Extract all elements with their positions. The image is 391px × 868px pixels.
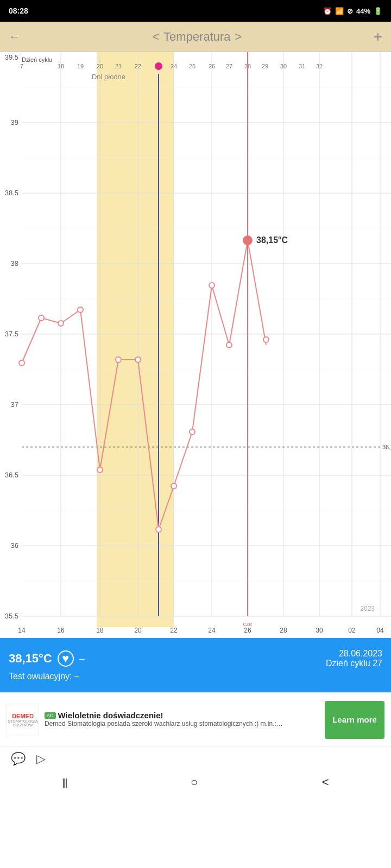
svg-text:36: 36 — [11, 541, 18, 550]
temperature-chart: 39.5 39 38.5 38 37.5 37 36.5 36 35.5 14 … — [0, 52, 391, 638]
svg-text:25: 25 — [189, 63, 195, 69]
media-bar: 💬 ▷ — [0, 746, 391, 770]
svg-text:36,70: 36,70 — [382, 444, 391, 450]
svg-point-78 — [171, 483, 176, 489]
ad-banner: DEMED STOMATOLOGIA URSYNÓW AD Wieloletni… — [0, 692, 391, 746]
nav-title-area: < Temperatura > — [152, 30, 242, 44]
svg-text:cze: cze — [243, 621, 252, 627]
alarm-icon: ⏰ — [323, 7, 332, 15]
svg-text:14: 14 — [18, 627, 26, 634]
svg-text:04: 04 — [376, 627, 384, 634]
home-button[interactable]: ○ — [191, 775, 198, 789]
svg-text:20: 20 — [134, 627, 142, 634]
svg-text:22: 22 — [170, 627, 178, 634]
svg-point-73 — [78, 307, 83, 312]
ad-tag: AD — [45, 712, 56, 719]
svg-text:37: 37 — [11, 400, 18, 409]
svg-point-84 — [263, 337, 269, 342]
svg-text:30: 30 — [280, 63, 287, 69]
svg-point-74 — [97, 467, 103, 473]
prev-button[interactable]: < — [152, 30, 159, 44]
nav-bar: ← < Temperatura > + — [0, 22, 391, 52]
svg-text:24: 24 — [171, 63, 177, 69]
svg-text:22: 22 — [135, 63, 141, 69]
svg-point-75 — [116, 357, 121, 362]
dash-label: – — [79, 653, 85, 665]
ad-logo: DEMED STOMATOLOGIA URSYNÓW — [7, 704, 39, 736]
info-bar: 38,15°C ♥ – 28.06.2023 Dzień cyklu 27 Te… — [0, 638, 391, 692]
svg-text:2023: 2023 — [360, 605, 375, 612]
svg-text:7: 7 — [20, 63, 23, 69]
recents-button[interactable]: ||| — [62, 777, 66, 788]
svg-rect-0 — [0, 52, 391, 638]
svg-point-77 — [156, 527, 161, 532]
svg-text:20: 20 — [97, 63, 103, 69]
dnd-icon: ⊘ — [347, 7, 353, 15]
status-time: 08:28 — [9, 7, 28, 15]
svg-text:28: 28 — [280, 627, 287, 634]
cycle-day: Dzień cyklu 27 — [326, 659, 382, 668]
svg-point-79 — [190, 429, 195, 435]
ad-description: Demed Stomatologia posiada szeroki wachl… — [45, 720, 319, 729]
ad-logo-name: DEMED — [12, 713, 34, 719]
svg-text:38.5: 38.5 — [5, 189, 18, 197]
current-temperature: 38,15°C — [9, 652, 52, 666]
battery-level: 44% — [356, 7, 370, 15]
svg-text:Dni płodne: Dni płodne — [92, 73, 125, 81]
svg-text:18: 18 — [58, 63, 64, 69]
svg-point-76 — [135, 357, 141, 362]
svg-text:30: 30 — [316, 627, 323, 634]
ad-title: Wieloletnie doświadczenie! — [58, 711, 163, 720]
ad-content: AD Wieloletnie doświadczenie! Demed Stom… — [45, 711, 319, 729]
svg-text:38: 38 — [11, 259, 18, 267]
ad-logo-sub1: STOMATOLOGIA — [8, 719, 37, 723]
svg-text:31: 31 — [299, 63, 305, 69]
svg-point-70 — [19, 360, 24, 366]
next-button[interactable]: > — [235, 30, 242, 44]
svg-point-72 — [58, 321, 64, 326]
svg-text:16: 16 — [57, 627, 65, 634]
ad-logo-sub2: URSYNÓW — [13, 723, 33, 727]
svg-text:19: 19 — [77, 63, 84, 69]
system-back-button[interactable]: < — [322, 775, 329, 789]
svg-text:29: 29 — [262, 63, 268, 69]
svg-text:21: 21 — [115, 63, 122, 69]
status-bar: 08:28 ⏰ 📶 ⊘ 44% 🔋 — [0, 0, 391, 22]
svg-text:38,15°C: 38,15°C — [256, 235, 288, 245]
battery-icon: 🔋 — [374, 7, 382, 15]
page-title: Temperatura — [163, 30, 231, 44]
chat-icon[interactable]: 💬 — [11, 752, 26, 766]
svg-text:37.5: 37.5 — [5, 330, 18, 338]
svg-text:26: 26 — [244, 627, 251, 634]
info-row: 38,15°C ♥ – 28.06.2023 Dzień cyklu 27 — [9, 649, 382, 668]
play-icon[interactable]: ▷ — [36, 752, 46, 766]
svg-point-71 — [39, 315, 44, 321]
svg-point-81 — [226, 342, 232, 348]
ovulation-test: Test owulacyjny: – — [9, 672, 382, 681]
heart-icon[interactable]: ♥ — [58, 650, 74, 667]
svg-point-54 — [155, 62, 162, 70]
wifi-icon: 📶 — [335, 7, 344, 15]
status-icons: ⏰ 📶 ⊘ 44% 🔋 — [323, 7, 382, 15]
system-nav-bar: ||| ○ < — [0, 770, 391, 794]
learn-more-button[interactable]: Learn more — [325, 701, 384, 739]
chart-area: 39.5 39 38.5 38 37.5 37 36.5 36 35.5 14 … — [0, 52, 391, 638]
svg-text:02: 02 — [348, 627, 356, 634]
current-date: 28.06.2023 — [326, 649, 382, 659]
svg-text:26: 26 — [209, 63, 215, 69]
svg-text:32: 32 — [316, 63, 323, 69]
back-button[interactable]: ← — [9, 30, 21, 44]
svg-text:27: 27 — [226, 63, 232, 69]
add-button[interactable]: + — [374, 28, 382, 46]
svg-text:24: 24 — [208, 627, 216, 634]
svg-text:39: 39 — [11, 118, 18, 126]
svg-text:39.5: 39.5 — [5, 53, 18, 61]
svg-rect-1 — [97, 52, 174, 627]
svg-text:18: 18 — [96, 627, 104, 634]
svg-point-80 — [209, 283, 215, 288]
svg-text:35.5: 35.5 — [5, 612, 18, 620]
svg-point-82 — [243, 235, 253, 245]
svg-text:Dzień cyklu: Dzień cyklu — [22, 56, 52, 63]
svg-text:36.5: 36.5 — [5, 471, 18, 479]
